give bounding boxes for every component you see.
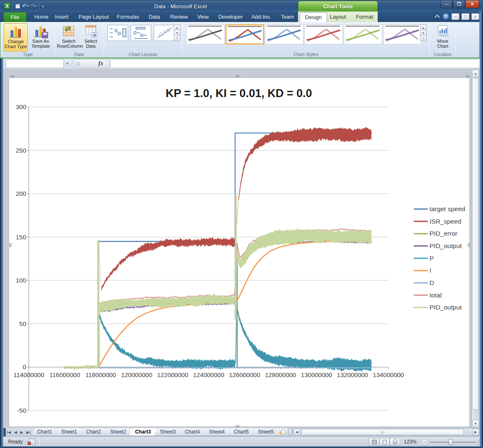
svg-text:122000000: 122000000 xyxy=(157,371,188,378)
scroll-left-button[interactable]: ◀ xyxy=(294,429,300,435)
sheet-tab-chart3[interactable]: Chart3 xyxy=(129,428,157,436)
ribbon-tab-review[interactable]: Review xyxy=(165,12,193,22)
chart-layout-1[interactable] xyxy=(107,25,128,41)
svg-text:PID_output: PID_output xyxy=(430,304,462,311)
sheet-tab-sheet5[interactable]: Sheet5 xyxy=(252,428,279,436)
ribbon-tab-insert[interactable]: Insert xyxy=(50,12,74,22)
chart-style-4[interactable] xyxy=(304,24,343,44)
select-data-button[interactable]: SelectData xyxy=(80,23,102,51)
sheet-tab-chart4[interactable]: Chart4 xyxy=(179,428,206,436)
chart-layout-2[interactable] xyxy=(131,25,151,41)
customize-qat-button[interactable]: ▾ xyxy=(41,2,44,10)
workbook-restore-button[interactable]: □ xyxy=(461,13,469,20)
styles-more-button[interactable]: ▽ xyxy=(420,35,427,41)
function-dot-icon xyxy=(76,62,80,66)
name-box-dropdown[interactable]: ▼ xyxy=(64,59,71,68)
ribbon-tab-team[interactable]: Team xyxy=(276,12,299,22)
chart-handle-right[interactable] xyxy=(468,243,470,247)
workbook-close-button[interactable]: × xyxy=(471,13,479,20)
scroll-up-button[interactable]: ▲ xyxy=(472,70,479,77)
sheet-tab-bar: ◀ ◀ ▶ ▶ Chart1Sheet1Chart2Sheet2Chart3Sh… xyxy=(3,428,480,436)
sheet-tab-sheet4[interactable]: Sheet4 xyxy=(203,428,231,436)
redo-button[interactable]: ↷▾ xyxy=(31,2,38,10)
workbook-minimize-button[interactable]: — xyxy=(451,13,459,20)
next-sheet-button[interactable]: ▶ xyxy=(20,430,23,434)
last-sheet-button[interactable]: ▶ xyxy=(27,430,29,434)
chart-area[interactable]: -500501001502002503001140000001160000001… xyxy=(9,78,470,427)
ribbon-tab-design[interactable]: Design xyxy=(300,12,327,22)
vertical-scrollbar[interactable]: ▲ ▼ xyxy=(471,69,480,428)
chart-handle-left[interactable] xyxy=(9,243,12,247)
ribbon-tab-data[interactable]: Data xyxy=(143,12,165,22)
svg-text:50: 50 xyxy=(19,320,26,327)
zoom-slider-track[interactable] xyxy=(430,442,476,443)
styles-scroll-up-button[interactable]: ▲ xyxy=(420,24,427,30)
first-sheet-button[interactable]: ◀ xyxy=(8,430,11,434)
svg-text:I: I xyxy=(430,267,431,274)
chart-handle-bottom[interactable] xyxy=(235,425,240,428)
scroll-down-button[interactable]: ▼ xyxy=(472,420,479,427)
svg-text:132000000: 132000000 xyxy=(337,371,368,378)
close-button[interactable]: × xyxy=(465,0,479,8)
sheet-tab-sheet1[interactable]: Sheet1 xyxy=(56,428,83,436)
sheet-tab-chart2[interactable]: Chart2 xyxy=(80,428,107,436)
insert-function-button[interactable]: fx xyxy=(73,59,109,68)
move-chart-button[interactable]: MoveChart xyxy=(431,23,455,51)
ribbon-tab-view[interactable]: View xyxy=(192,12,214,22)
maximize-button[interactable] xyxy=(453,0,465,8)
zoom-out-button[interactable]: − xyxy=(421,439,427,445)
layouts-scroll-down-button[interactable]: ▼ xyxy=(174,30,180,36)
svg-text:134000000: 134000000 xyxy=(373,371,404,378)
undo-button[interactable]: ↶▾ xyxy=(22,2,29,10)
vertical-scroll-thumb[interactable] xyxy=(472,78,479,410)
quick-access-toolbar: X ↶▾ ↷▾ ▾ xyxy=(3,2,44,11)
formula-input[interactable] xyxy=(110,59,479,68)
ribbon-group-location: MoveChart Location xyxy=(430,22,456,58)
chart-style-6[interactable] xyxy=(383,24,422,44)
ribbon-tab-page-layout[interactable]: Page Layout xyxy=(74,12,114,22)
horizontal-scrollbar[interactable]: ◀ ▶ xyxy=(293,428,480,436)
sheet-tab-chart5[interactable]: Chart5 xyxy=(228,428,255,436)
layouts-more-button[interactable]: ▽ xyxy=(174,35,180,41)
chart-layout-3[interactable] xyxy=(154,25,175,41)
minimize-ribbon-button[interactable] xyxy=(434,15,440,18)
chart-style-3[interactable] xyxy=(265,24,303,44)
chart-handle-top-right[interactable] xyxy=(466,75,470,78)
layouts-scroll-up-button[interactable]: ▲ xyxy=(174,24,180,30)
sheet-tab-sheet3[interactable]: Sheet3 xyxy=(154,428,182,436)
scroll-right-button[interactable]: ▶ xyxy=(472,429,479,435)
window-frame-bottom xyxy=(0,446,483,448)
excel-logo-icon[interactable]: X xyxy=(3,2,11,10)
sheet-tab-sheet2[interactable]: Sheet2 xyxy=(104,428,132,436)
switch-row-column-button[interactable]: ⇄ SwitchRow/Column xyxy=(57,23,81,51)
ribbon-tab-formulas[interactable]: Formulas xyxy=(112,12,144,22)
save-button[interactable] xyxy=(15,2,20,10)
page-layout-view-button[interactable] xyxy=(379,438,390,446)
normal-view-button[interactable] xyxy=(369,438,379,446)
save-as-template-button[interactable]: Save AsTemplate xyxy=(29,23,53,51)
minimize-button[interactable]: — xyxy=(440,0,453,8)
ribbon-tab-developer[interactable]: Developer xyxy=(213,12,248,22)
sheet-tab-chart1[interactable]: Chart1 xyxy=(32,428,58,436)
title-bar: X ↶▾ ↷▾ ▾ Data - Microsoft Excel Chart T… xyxy=(0,0,483,12)
chart-style-5[interactable] xyxy=(344,24,382,44)
chart-style-2[interactable] xyxy=(226,24,264,44)
horizontal-scroll-thumb[interactable] xyxy=(301,429,464,435)
prev-sheet-button[interactable]: ◀ xyxy=(14,430,17,434)
chart-style-1[interactable] xyxy=(186,24,225,44)
chart-handle-top-left[interactable] xyxy=(10,75,15,78)
help-button[interactable]: ? xyxy=(442,13,449,20)
change-chart-type-icon xyxy=(9,25,22,38)
ribbon-tab-layout[interactable]: Layout xyxy=(325,12,351,22)
zoom-slider-thumb[interactable] xyxy=(449,439,453,445)
page-break-view-button[interactable] xyxy=(390,438,400,446)
change-chart-type-button[interactable]: ChangeChart Type xyxy=(4,23,28,51)
chart-handle-top[interactable] xyxy=(235,75,240,78)
tab-split-handle[interactable] xyxy=(289,428,291,436)
ribbon-tab-file[interactable]: File xyxy=(3,12,27,22)
name-box[interactable] xyxy=(6,59,64,68)
styles-scroll-down-button[interactable]: ▼ xyxy=(420,30,427,36)
ribbon-tab-format[interactable]: Format xyxy=(351,12,378,22)
macro-record-icon[interactable] xyxy=(28,438,35,444)
ribbon-tab-add-ins[interactable]: Add-Ins xyxy=(246,12,275,22)
